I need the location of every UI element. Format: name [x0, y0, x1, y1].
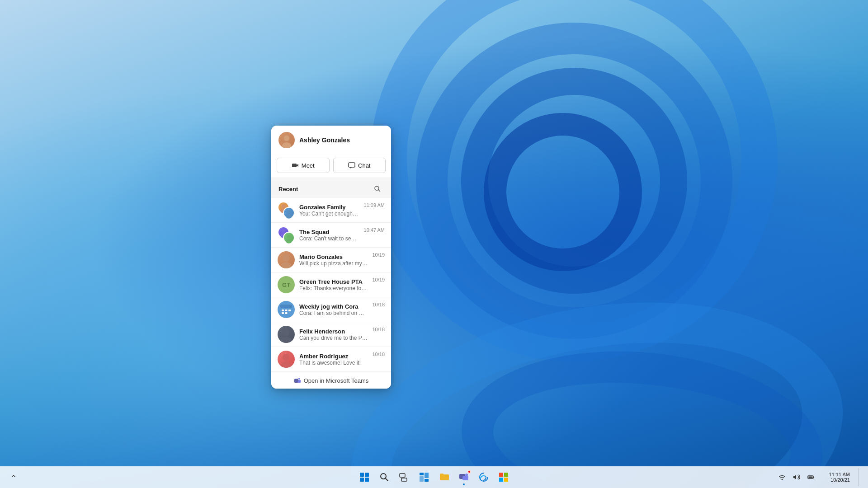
wifi-button[interactable] [776, 471, 788, 483]
conversation-content: Felix Henderson Can you drive me to the … [299, 328, 368, 341]
calendar-avatar [278, 301, 295, 318]
conversation-preview: You: Can't get enough of her. [299, 211, 359, 217]
svg-rect-36 [401, 478, 407, 481]
taskbar-left [7, 471, 20, 483]
search-button[interactable] [371, 183, 384, 195]
meet-icon [292, 162, 299, 169]
conversation-content: Gonzales Family You: Can't get enough of… [299, 204, 359, 217]
conversation-time: 11:09 AM [364, 202, 385, 208]
svg-rect-40 [425, 479, 429, 482]
recent-label: Recent [278, 186, 298, 192]
conversation-content: Amber Rodriguez That is awesome! Love it… [299, 353, 368, 366]
chat-taskbar-button[interactable] [455, 468, 473, 486]
svg-rect-23 [285, 312, 288, 314]
svg-point-14 [286, 239, 292, 244]
conversation-name: Weekly jog with Cora [299, 303, 368, 310]
svg-rect-45 [504, 473, 508, 477]
conversation-name: Gonzales Family [299, 204, 359, 211]
volume-button[interactable] [790, 471, 803, 483]
search-icon [374, 185, 381, 192]
conversation-item[interactable]: GT Green Tree House PTA Felix: Thanks ev… [271, 272, 391, 297]
svg-rect-28 [294, 379, 298, 383]
conversation-name: The Squad [299, 229, 359, 235]
show-desktop-button[interactable] [858, 468, 861, 486]
svg-rect-35 [400, 474, 405, 477]
show-hidden-icons-button[interactable] [7, 471, 20, 483]
conversation-content: The Squad Cora: Can't wait to see everyo… [299, 229, 359, 242]
system-clock[interactable]: 11:11 AM 10/20/21 [821, 471, 853, 483]
svg-point-27 [281, 361, 292, 368]
group-avatar [278, 202, 295, 219]
svg-rect-39 [425, 473, 429, 478]
conversation-item[interactable]: Mario Gonzales Will pick up pizza after … [271, 248, 391, 272]
conversation-name: Mario Gonzales [299, 253, 368, 260]
conversation-time: 10/18 [372, 301, 385, 307]
group-avatar [278, 226, 295, 244]
svg-rect-51 [809, 477, 813, 478]
conversation-item[interactable]: Amber Rodriguez That is awesome! Love it… [271, 347, 391, 372]
svg-rect-44 [499, 473, 503, 477]
svg-rect-20 [285, 310, 288, 311]
teams-icon [294, 377, 301, 384]
swirl-decoration [0, 0, 868, 488]
conversation-item[interactable]: Felix Henderson Can you drive me to the … [271, 322, 391, 347]
chat-panel: Ashley Gonzales Meet Chat Recent [271, 126, 391, 389]
conversation-time: 10/18 [372, 351, 385, 357]
svg-point-48 [782, 479, 783, 480]
conversation-preview: That is awesome! Love it! [299, 360, 368, 366]
clock-date: 10/20/21 [830, 477, 850, 483]
conversation-time: 10/19 [372, 251, 385, 258]
conversation-time: 10:47 AM [364, 226, 385, 233]
svg-rect-21 [288, 310, 291, 311]
conversation-content: Mario Gonzales Will pick up pizza after … [299, 253, 368, 267]
svg-point-43 [465, 474, 468, 476]
conversation-name: Amber Rodriguez [299, 353, 368, 360]
conversation-item[interactable]: Gonzales Family You: Can't get enough of… [271, 198, 391, 223]
edge-button[interactable] [475, 468, 493, 486]
store-button[interactable] [495, 468, 513, 486]
person-avatar [278, 251, 295, 268]
taskbar-center [355, 468, 513, 486]
search-button[interactable] [375, 468, 393, 486]
conversation-name: Felix Henderson [299, 328, 368, 335]
svg-rect-38 [420, 476, 424, 482]
svg-point-34 [381, 474, 386, 479]
action-buttons-row: Meet Chat [271, 153, 391, 178]
svg-rect-42 [462, 476, 468, 480]
start-button[interactable] [355, 468, 373, 486]
avatar-image [278, 132, 295, 148]
file-explorer-button[interactable] [435, 468, 453, 486]
svg-point-15 [283, 254, 290, 262]
svg-point-2 [284, 136, 289, 141]
svg-point-9 [287, 210, 291, 213]
conversation-preview: Will pick up pizza after my practice. [299, 260, 368, 267]
clock-time: 11:11 AM [829, 472, 850, 477]
taskbar: 11:11 AM 10/20/21 [0, 466, 868, 488]
conversation-preview: Can you drive me to the PTA today? [299, 335, 368, 341]
svg-rect-33 [365, 478, 369, 482]
open-teams-footer[interactable]: Open in Microsoft Teams [271, 372, 391, 389]
widgets-button[interactable] [415, 468, 433, 486]
conversation-preview: Cora: I am so behind on my step goals. [299, 310, 368, 316]
initial-avatar: GT [278, 276, 295, 293]
svg-rect-47 [504, 478, 508, 482]
conversation-name: Green Tree House PTA [299, 278, 368, 285]
conversation-item[interactable]: The Squad Cora: Can't wait to see everyo… [271, 223, 391, 248]
system-tray [776, 471, 817, 483]
conversation-item[interactable]: Weekly jog with Cora Cora: I am so behin… [271, 297, 391, 322]
meet-button[interactable]: Meet [277, 158, 330, 173]
conversation-content: Green Tree House PTA Felix: Thanks every… [299, 278, 368, 291]
conversation-time: 10/18 [372, 326, 385, 332]
open-teams-label: Open in Microsoft Teams [304, 377, 369, 384]
svg-rect-50 [813, 477, 814, 478]
conversation-preview: Felix: Thanks everyone for attending tod… [299, 285, 368, 291]
svg-point-3 [282, 142, 291, 148]
task-view-button[interactable] [395, 468, 413, 486]
conversation-content: Weekly jog with Cora Cora: I am so behin… [299, 303, 368, 316]
chat-button[interactable]: Chat [333, 158, 386, 173]
svg-point-13 [287, 235, 291, 238]
svg-rect-30 [360, 473, 364, 477]
battery-button[interactable] [805, 471, 817, 483]
svg-rect-5 [349, 163, 355, 167]
svg-point-29 [298, 378, 300, 380]
